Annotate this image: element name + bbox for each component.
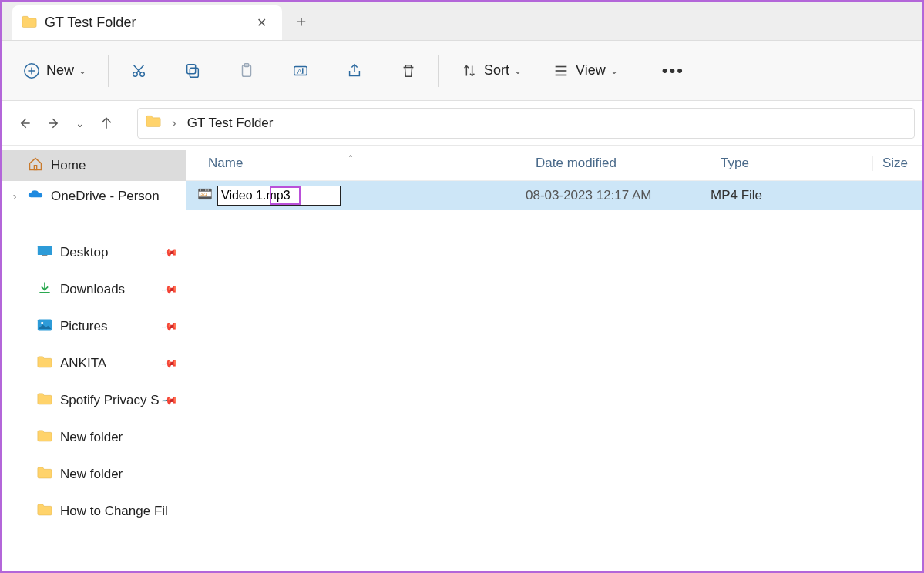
sidebar-item[interactable]: How to Change Fil <box>2 496 186 527</box>
sidebar-item[interactable]: Spotify Privacy S📌 <box>2 385 186 416</box>
nav-buttons: ⌄ <box>9 116 122 131</box>
plus-circle-icon <box>23 62 40 79</box>
column-header-label: Size <box>882 156 908 170</box>
column-header-name[interactable]: Name ˄ <box>186 156 526 171</box>
forward-button[interactable] <box>46 116 62 131</box>
svg-point-25 <box>200 189 201 190</box>
svg-point-26 <box>203 189 203 190</box>
folder-icon <box>37 392 52 409</box>
svg-point-28 <box>208 189 209 190</box>
sidebar-item-label: Pictures <box>60 319 107 334</box>
svg-rect-8 <box>187 64 196 73</box>
column-header-label: Name <box>208 156 243 170</box>
back-button[interactable] <box>17 116 32 131</box>
svg-rect-7 <box>190 68 198 77</box>
toolbar-divider <box>108 55 109 87</box>
folder-icon <box>37 429 52 446</box>
paste-icon <box>238 62 255 79</box>
pin-icon: 📌 <box>161 317 179 335</box>
column-header-label: Date modified <box>536 156 617 170</box>
sidebar-item[interactable]: Desktop📌 <box>2 237 186 268</box>
chevron-right-icon: › <box>169 116 180 131</box>
home-icon <box>28 156 43 176</box>
main: Home › OneDrive - Person Desktop📌Downloa… <box>2 146 922 571</box>
sidebar-item[interactable]: Downloads📌 <box>2 274 186 305</box>
arrow-right-icon <box>46 116 62 131</box>
file-type: MP4 File <box>711 188 872 203</box>
sidebar-item-label: Desktop <box>60 245 108 260</box>
address-bar[interactable]: › GT Test Folder <box>137 108 915 139</box>
paste-button[interactable] <box>230 54 263 88</box>
file-date: 08-03-2023 12:17 AM <box>526 188 711 203</box>
column-header-date[interactable]: Date modified <box>526 156 711 171</box>
extension-selection <box>270 186 301 205</box>
folder-icon <box>37 466 52 483</box>
video-file-icon: 321 <box>197 186 213 206</box>
sidebar-item[interactable]: New folder <box>2 422 186 453</box>
view-icon <box>553 62 570 79</box>
recent-dropdown[interactable]: ⌄ <box>76 116 85 131</box>
scissors-icon <box>130 62 147 79</box>
share-button[interactable] <box>338 54 371 88</box>
rename-icon: A <box>292 62 309 79</box>
svg-rect-24 <box>199 196 212 199</box>
sidebar-item-label: New folder <box>60 430 123 445</box>
copy-button[interactable] <box>176 54 209 88</box>
svg-rect-18 <box>38 246 52 255</box>
column-header-size[interactable]: Size <box>872 156 922 171</box>
download-icon <box>37 280 52 300</box>
window-tab[interactable]: GT Test Folder ✕ <box>12 5 282 40</box>
delete-button[interactable] <box>392 54 425 88</box>
pin-icon: 📌 <box>161 354 179 372</box>
rename-button[interactable]: A <box>284 54 317 88</box>
sidebar: Home › OneDrive - Person Desktop📌Downloa… <box>2 146 186 571</box>
sidebar-item-label: ANKITA <box>60 356 106 371</box>
chevron-down-icon: ⌄ <box>610 65 618 76</box>
view-button[interactable]: View ⌄ <box>545 54 626 88</box>
toolbar: New ⌄ A Sort ⌄ View ⌄ ••• <box>2 41 922 101</box>
svg-rect-19 <box>42 255 48 256</box>
copy-icon <box>184 62 201 79</box>
new-button-label: New <box>46 62 74 79</box>
expand-icon[interactable]: › <box>9 190 20 203</box>
trash-icon <box>400 62 417 79</box>
rename-input-container <box>217 186 341 206</box>
sidebar-item[interactable]: ANKITA📌 <box>2 348 186 379</box>
sort-button[interactable]: Sort ⌄ <box>453 54 529 88</box>
toolbar-divider <box>438 55 439 87</box>
sidebar-item[interactable]: Pictures📌 <box>2 311 186 342</box>
new-button[interactable]: New ⌄ <box>15 54 94 88</box>
sidebar-item-label: How to Change Fil <box>60 504 168 519</box>
svg-rect-17 <box>34 165 36 169</box>
up-button[interactable] <box>99 116 114 131</box>
column-header-type[interactable]: Type <box>711 156 872 171</box>
sidebar-item[interactable]: New folder <box>2 459 186 490</box>
breadcrumb-folder[interactable]: GT Test Folder <box>187 116 274 131</box>
column-headers: Name ˄ Date modified Type Size <box>186 146 922 181</box>
nav-row: ⌄ › GT Test Folder <box>2 101 922 146</box>
new-tab-button[interactable]: ＋ <box>282 2 321 40</box>
view-button-label: View <box>576 62 606 79</box>
svg-point-27 <box>205 189 206 190</box>
column-header-label: Type <box>721 156 749 170</box>
pictures-icon <box>37 318 52 336</box>
cut-button[interactable] <box>123 54 155 88</box>
svg-point-21 <box>41 321 43 323</box>
svg-text:A: A <box>297 67 302 75</box>
sidebar-item-label: Spotify Privacy S <box>60 393 160 408</box>
chevron-down-icon: ⌄ <box>514 65 522 76</box>
svg-text:321: 321 <box>200 191 207 196</box>
sidebar-item-onedrive[interactable]: › OneDrive - Person <box>2 181 186 212</box>
pin-icon: 📌 <box>161 280 179 298</box>
close-tab-button[interactable]: ✕ <box>250 12 273 33</box>
file-list: Name ˄ Date modified Type Size 321 08-03… <box>186 146 922 571</box>
file-row[interactable]: 321 08-03-2023 12:17 AM MP4 File <box>186 181 922 210</box>
folder-icon <box>37 503 52 520</box>
more-button[interactable]: ••• <box>654 54 692 88</box>
chevron-down-icon: ⌄ <box>79 65 86 76</box>
arrow-up-icon <box>99 116 114 131</box>
folder-icon <box>146 114 161 132</box>
titlebar: GT Test Folder ✕ ＋ <box>2 2 922 41</box>
sidebar-item-home[interactable]: Home <box>2 150 186 181</box>
arrow-left-icon <box>17 116 32 131</box>
